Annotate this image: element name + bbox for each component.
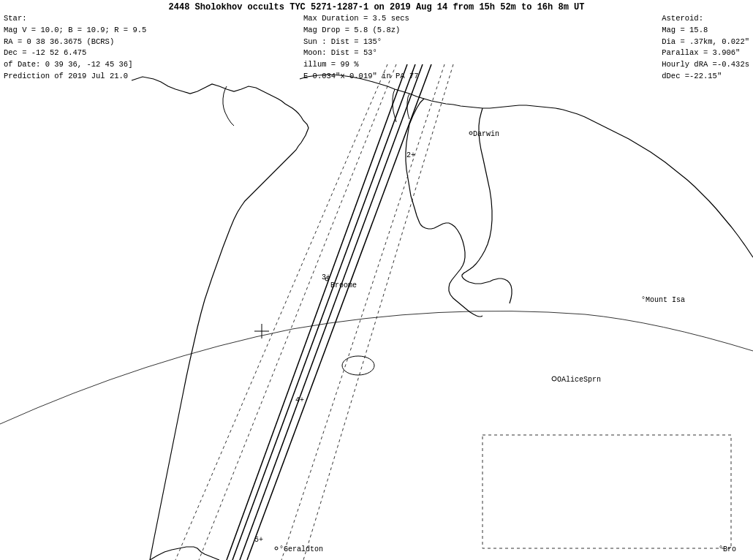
svg-text:2+: 2+ [406,151,415,159]
svg-text:Broome: Broome [330,281,357,290]
svg-text:°Geraldton: °Geraldton [279,545,323,553]
svg-text:°Mount Isa: °Mount Isa [641,296,685,304]
svg-text:°Bro: °Bro [719,545,736,553]
svg-text:5+: 5+ [254,536,263,544]
svg-rect-0 [0,0,753,560]
svg-text:4+: 4+ [295,396,304,404]
svg-text:OAliceSprn: OAliceSprn [557,376,601,384]
svg-text:Darwin: Darwin [473,130,499,138]
